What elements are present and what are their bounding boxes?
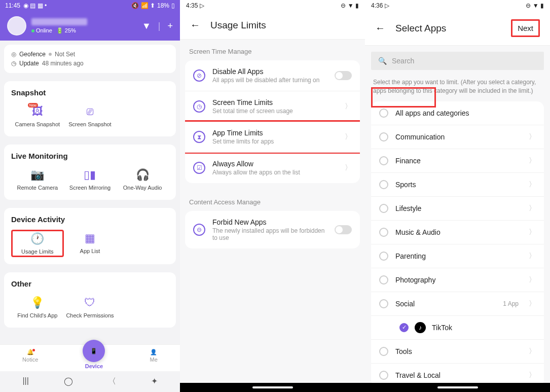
snapshot-section: Snapshot 🖼 New Camera Snapshot ⎚ Screen …: [4, 81, 176, 136]
chevron-right-icon: 〉: [345, 132, 352, 141]
section-label: Content Access Manage: [180, 190, 365, 211]
avatar[interactable]: [7, 16, 26, 35]
status-icons: 🔇 📶 ⬆: [131, 2, 155, 9]
dropdown-icon[interactable]: ▼: [142, 21, 151, 31]
next-button[interactable]: Next: [511, 19, 540, 37]
app-list-item[interactable]: ▦App List: [64, 230, 117, 257]
shield-icon: 🛡: [84, 296, 95, 309]
usage-limits-item[interactable]: 🕐Usage Limits: [11, 230, 64, 257]
search-placeholder: Search: [392, 57, 537, 65]
device-activity-section: Device Activity 🕐Usage Limits ▦App List: [4, 208, 176, 264]
bottom-nav: 🔔Notice 📱Device 👤Me: [0, 344, 180, 371]
cat-communication[interactable]: Communication〉: [371, 125, 544, 149]
status-time: 11:45: [5, 2, 20, 9]
phone-icon: 📱: [90, 348, 97, 354]
screen-mirroring-item[interactable]: ▯▮Screen Mirroring: [64, 166, 117, 193]
screen-snapshot-item[interactable]: ⎚ Screen Snapshot: [64, 103, 117, 129]
home-icon[interactable]: ◯: [64, 376, 73, 387]
radio-icon[interactable]: [379, 275, 388, 284]
status-bar: 4:36 ▷ ⊖ ▼ ▮: [365, 0, 550, 11]
cat-finance[interactable]: Finance〉: [371, 149, 544, 173]
geofence-icon: ◎: [11, 51, 16, 58]
update-icon: ◷: [11, 60, 16, 67]
radio-icon[interactable]: [379, 371, 388, 380]
live-monitoring-section: Live Monitoring 📷Remote Camera ▯▮Screen …: [4, 145, 176, 200]
app-tiktok[interactable]: ✓ ♪ TikTok: [371, 316, 544, 340]
system-nav-bar: ||| ◯ 〈 ✦: [0, 371, 180, 392]
content-access-card: ⊖ Forbid New AppsThe newly installed app…: [185, 211, 360, 248]
one-way-audio-item[interactable]: 🎧One-Way Audio: [116, 166, 169, 193]
geofence-label: Geofence: [19, 51, 46, 58]
radio-icon[interactable]: [379, 347, 388, 356]
bulb-icon: 💡: [30, 296, 44, 309]
cat-music[interactable]: Music & Audio〉: [371, 221, 544, 244]
nav-notice[interactable]: 🔔Notice: [22, 349, 38, 369]
always-allow-row[interactable]: ☑ Always AllowAlways allow the apps on t…: [185, 152, 360, 183]
bell-icon: 🔔: [27, 349, 34, 355]
forbid-new-apps-row[interactable]: ⊖ Forbid New AppsThe newly installed app…: [185, 211, 360, 248]
recent-icon[interactable]: |||: [22, 376, 28, 387]
find-child-app-item[interactable]: 💡Find Child's App: [11, 294, 64, 320]
home-pill[interactable]: [437, 386, 478, 388]
cat-photography[interactable]: Photography〉: [371, 268, 544, 292]
profile-bar: Online 🔋 25% ▼ | +: [0, 11, 180, 41]
page-header: ← Usage Limits: [180, 11, 365, 40]
back-button[interactable]: ←: [375, 22, 385, 34]
back-icon[interactable]: 〈: [108, 376, 116, 387]
grid-icon: ▦: [85, 232, 95, 245]
cat-all[interactable]: All apps and categories: [371, 101, 544, 125]
item-label: Screen Snapshot: [68, 121, 111, 127]
update-value: 48 minutes ago: [42, 60, 84, 67]
home-pill[interactable]: [252, 386, 293, 388]
chevron-right-icon: 〉: [529, 275, 536, 284]
page-title: Select Apps: [395, 23, 446, 34]
nav-device[interactable]: 📱Device: [83, 349, 105, 369]
toggle-switch[interactable]: [335, 225, 352, 234]
check-permissions-item[interactable]: 🛡Check Permissions: [64, 294, 117, 320]
cat-lifestyle[interactable]: Lifestyle〉: [371, 197, 544, 221]
screen-time-limits-row[interactable]: ◷ Screen Time LimitsSet total time of sc…: [185, 91, 360, 122]
cat-tools[interactable]: Tools〉: [371, 340, 544, 364]
radio-icon[interactable]: [379, 252, 388, 261]
radio-icon[interactable]: [379, 180, 388, 189]
back-button[interactable]: ←: [190, 19, 200, 31]
clock-icon: 🕐: [30, 232, 44, 245]
cat-social[interactable]: Social1 App〉: [371, 292, 544, 316]
profile-name: [31, 18, 87, 25]
accessibility-icon[interactable]: ✦: [151, 376, 158, 387]
section-title: Live Monitoring: [11, 152, 169, 160]
cat-travel[interactable]: Travel & Local〉: [371, 364, 544, 383]
screen-icon: ⎚: [87, 105, 93, 118]
radio-icon[interactable]: [379, 204, 388, 213]
battery-icon: ▯: [171, 2, 175, 9]
chevron-right-icon: 〉: [529, 299, 536, 308]
radio-checked-icon[interactable]: ✓: [399, 323, 409, 332]
online-label: Online: [36, 27, 52, 33]
chevron-right-icon: 〉: [529, 132, 536, 141]
radio-icon[interactable]: [379, 299, 388, 308]
headphone-icon: 🎧: [136, 168, 150, 182]
new-badge: New: [28, 103, 38, 108]
chevron-right-icon: 〉: [529, 371, 536, 380]
radio-icon[interactable]: [379, 132, 388, 141]
cat-sports[interactable]: Sports〉: [371, 173, 544, 197]
chevron-right-icon: 〉: [529, 252, 536, 261]
toggle-switch[interactable]: [335, 71, 352, 80]
app-time-limits-row[interactable]: ⧗ App Time LimitsSet time limits for app…: [185, 120, 360, 154]
search-input[interactable]: 🔍 Search: [371, 52, 544, 70]
online-dot-icon: [31, 29, 34, 32]
radio-icon[interactable]: [379, 109, 388, 118]
status-icon: ◉ ▤ ▦ •: [23, 2, 47, 9]
chevron-right-icon: 〉: [529, 347, 536, 356]
nav-me[interactable]: 👤Me: [150, 349, 158, 369]
update-label: Update: [19, 60, 39, 67]
radio-icon[interactable]: [379, 156, 388, 165]
search-icon: 🔍: [378, 57, 387, 65]
camera-snapshot-item[interactable]: 🖼 New Camera Snapshot: [11, 103, 64, 129]
disable-icon: ⊘: [193, 69, 205, 82]
radio-icon[interactable]: [379, 228, 388, 237]
remote-camera-item[interactable]: 📷Remote Camera: [11, 166, 64, 193]
add-icon[interactable]: +: [167, 21, 173, 31]
disable-all-apps-row[interactable]: ⊘ Disable All AppsAll apps will be disab…: [185, 60, 360, 91]
cat-parenting[interactable]: Parenting〉: [371, 244, 544, 268]
